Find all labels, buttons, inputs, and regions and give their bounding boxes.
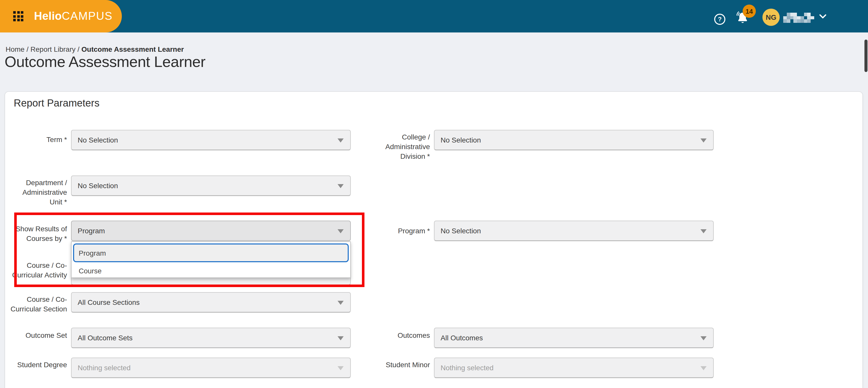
heliocampus-logo[interactable]: HelioCAMPUS <box>34 0 113 32</box>
student-degree-select[interactable]: Nothing selected <box>71 358 351 378</box>
dropdown-caret-icon <box>701 336 707 340</box>
breadcrumb-separator: / <box>27 45 29 53</box>
term-label: Term * <box>0 135 67 144</box>
dropdown-caret-icon <box>701 138 707 142</box>
dropdown-caret-icon <box>338 184 344 188</box>
breadcrumb: Home / Report Library / Outcome Assessme… <box>6 45 184 53</box>
student-degree-label: Student Degree <box>0 360 67 370</box>
section-title: Report Parameters <box>14 97 99 109</box>
term-select[interactable]: No Selection <box>71 130 351 150</box>
student-minor-select[interactable]: Nothing selected <box>434 358 714 378</box>
student-minor-label: Student Minor <box>355 360 430 370</box>
notification-badge: 14 <box>743 5 756 18</box>
vertical-scrollbar-thumb[interactable] <box>864 39 867 72</box>
help-glyph: ? <box>718 16 722 22</box>
dropdown-caret-icon <box>338 229 344 233</box>
page-title: Outcome Assessment Learner <box>5 53 205 70</box>
notifications-button[interactable]: 14 <box>736 11 751 26</box>
program-select[interactable]: No Selection <box>434 221 714 241</box>
logo-text-light: CAMPUS <box>62 10 113 23</box>
brand-area: HelioCAMPUS <box>0 0 122 32</box>
dropdown-caret-icon <box>338 301 344 305</box>
breadcrumb-home[interactable]: Home <box>6 45 25 53</box>
help-icon[interactable]: ? <box>714 14 725 25</box>
dropdown-caret-icon <box>338 336 344 340</box>
dropdown-caret-icon <box>701 366 707 370</box>
course-section-select[interactable]: All Course Sections <box>71 292 351 313</box>
course-section-label: Course / Co-Curricular Section <box>0 295 67 314</box>
breadcrumb-report-library[interactable]: Report Library <box>30 45 75 53</box>
dropdown-option-program[interactable]: Program <box>73 244 349 262</box>
redacted-username <box>783 13 814 23</box>
program-label: Program * <box>355 226 430 236</box>
outcome-set-label: Outcome Set <box>0 331 67 340</box>
breadcrumb-current: Outcome Assessment Learner <box>82 45 184 53</box>
breadcrumb-separator: / <box>78 45 80 53</box>
outcomes-label: Outcomes <box>355 331 430 340</box>
dropdown-caret-icon <box>338 366 344 370</box>
header-actions: ? 14 NG <box>706 0 868 32</box>
dropdown-caret-icon <box>338 138 344 142</box>
department-unit-label: Department /AdministrativeUnit * <box>0 178 67 207</box>
logo-text-bold: Helio <box>34 10 62 23</box>
dropdown-option-course[interactable]: Course <box>71 264 101 278</box>
show-results-by-select[interactable]: Program <box>71 221 351 241</box>
outcome-set-select[interactable]: All Outcome Sets <box>71 328 351 348</box>
chevron-down-icon[interactable] <box>819 14 826 19</box>
department-unit-select[interactable]: No Selection <box>71 175 351 196</box>
app-header: HelioCAMPUS ? 14 NG <box>0 0 868 32</box>
dropdown-caret-icon <box>701 229 707 233</box>
college-division-select[interactable]: No Selection <box>434 130 714 150</box>
app-grid-icon[interactable] <box>13 11 23 21</box>
avatar[interactable]: NG <box>763 9 780 26</box>
show-results-by-dropdown-menu: Program Course <box>71 241 351 278</box>
show-results-by-label: Show Results ofCourses by * <box>0 224 67 244</box>
outcomes-select[interactable]: All Outcomes <box>434 328 714 348</box>
college-division-label: College /AdministrativeDivision * <box>355 132 430 161</box>
course-activity-label: Course / Co-Curricular Activity <box>0 261 67 280</box>
